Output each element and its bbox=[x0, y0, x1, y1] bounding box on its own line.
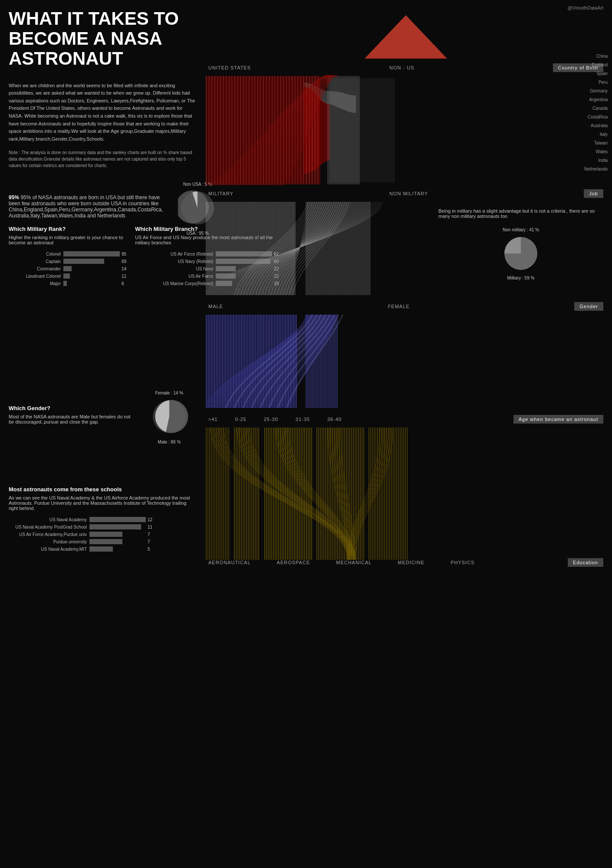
gender-right-label: FEMALE bbox=[388, 304, 410, 309]
age-flow bbox=[241, 427, 350, 560]
bar-fill bbox=[63, 273, 70, 279]
main-title: WHAT IT TAKES TO BECOME A NASA ASTRONAUT bbox=[9, 9, 195, 69]
age-label-25-30: 25-30 bbox=[264, 417, 278, 422]
rank-bars: Colonel 95 Captain 69 Commander 14 Lieut… bbox=[9, 251, 126, 286]
bar-value: 5 bbox=[148, 547, 150, 552]
bar-track bbox=[63, 251, 120, 256]
country-left-label: UNITED STATES bbox=[208, 65, 251, 70]
sankey2-flow bbox=[227, 202, 364, 295]
schools-title: Most astronauts come from these schools bbox=[9, 486, 195, 493]
job-sankey-svg bbox=[200, 200, 430, 299]
education-chart-header: AERONAUTICAL AEROSPACE MECHANICAL MEDICI… bbox=[200, 556, 612, 569]
bar-row: Lieutinant Colonel 11 bbox=[9, 273, 126, 279]
gender-text: Which Gender? Most of the NASA astronaut… bbox=[9, 405, 135, 431]
bar-label: US Air Force Academy,Purdue univ bbox=[9, 532, 87, 537]
country-item: Taiwan bbox=[584, 139, 608, 148]
gender-pie-area: Female : 14 % Male : 86 % bbox=[143, 391, 195, 444]
bar-track bbox=[89, 524, 146, 529]
bar-fill bbox=[63, 251, 120, 256]
bar-track bbox=[63, 281, 120, 286]
bar-row: Purdue university 7 bbox=[9, 539, 195, 544]
gender-chart-section: MALE FEMALE Gender bbox=[200, 299, 612, 412]
note-text: Note : The analysis is done on summary d… bbox=[9, 149, 195, 169]
gender-pie bbox=[150, 397, 189, 436]
country-item: Canada bbox=[584, 104, 608, 113]
country-item: Australia bbox=[584, 122, 608, 130]
country-list-items: ChinaEnglandSpainPeruGermanyArgentinaCan… bbox=[584, 52, 608, 174]
country-chart-section: UNITED STATES NON - US Country of Birth … bbox=[200, 0, 612, 187]
edu-labels-row: AERONAUTICAL AEROSPACE MECHANICAL MEDICI… bbox=[208, 560, 474, 565]
right-panel: UNITED STATES NON - US Country of Birth … bbox=[200, 0, 612, 569]
bar-track bbox=[63, 266, 120, 271]
bar-value: 7 bbox=[148, 539, 150, 544]
country-stat: 95% 95% of NASA astronauts are born in U… bbox=[9, 194, 163, 219]
country-item: Wales bbox=[584, 148, 608, 156]
rank-col: Which Military Rank? Higher the ranking … bbox=[9, 226, 126, 288]
bar-row: Commander 14 bbox=[9, 266, 126, 271]
bar-fill bbox=[63, 259, 104, 264]
bar-track bbox=[89, 517, 146, 522]
bar-label: Major bbox=[9, 281, 61, 286]
bar-label: Captain bbox=[9, 259, 61, 264]
military-pct-label: Military : 59 % bbox=[438, 276, 603, 280]
bar-track bbox=[89, 532, 146, 537]
nonusa-vertical-lines bbox=[328, 76, 359, 184]
bar-value: 69 bbox=[122, 259, 126, 264]
country-chart-header: UNITED STATES NON - US Country of Birth bbox=[200, 61, 612, 74]
intro-text: When we are children and the world seems… bbox=[9, 82, 195, 143]
country-item: Spain bbox=[584, 69, 608, 78]
bar-label: Purdue university bbox=[9, 539, 87, 544]
country-sankey-wrapper: // Will generate in JS below bbox=[200, 74, 612, 187]
gender-sankey-svg bbox=[200, 312, 430, 412]
bar-track bbox=[89, 539, 146, 544]
job-badge: Job bbox=[584, 189, 603, 198]
bar-fill bbox=[63, 281, 67, 286]
age-chart-section: >41 0-25 25-30 31-35 36-40 Age when beca… bbox=[200, 412, 612, 564]
age-badge: Age when became an astronaut bbox=[513, 415, 603, 424]
country-item: China bbox=[584, 52, 608, 61]
bar-label: Commander bbox=[9, 266, 61, 271]
bar-track bbox=[89, 546, 146, 552]
education-chart-section: AERONAUTICAL AEROSPACE MECHANICAL MEDICI… bbox=[200, 556, 612, 569]
bar-row: US Naval Academy 12 bbox=[9, 517, 195, 522]
age-chart-header: >41 0-25 25-30 31-35 36-40 Age when beca… bbox=[200, 412, 612, 425]
nonmilitary-lines bbox=[306, 202, 370, 295]
sankey2-flow bbox=[229, 202, 362, 295]
bar-fill bbox=[63, 266, 72, 271]
edu-label-aerospace: AEROSPACE bbox=[277, 560, 310, 565]
gender-chart-header: MALE FEMALE Gender bbox=[200, 299, 612, 312]
military-two-col: Which Military Rank? Higher the ranking … bbox=[9, 226, 195, 288]
bar-fill bbox=[89, 532, 122, 537]
bar-row: US Naval Academy,MIT 5 bbox=[9, 546, 195, 552]
age-flow bbox=[350, 427, 384, 560]
bar-value: 11 bbox=[148, 525, 152, 529]
rank-title: Which Military Rank? bbox=[9, 226, 126, 232]
bar-label: US Naval Academy PostGrad School bbox=[9, 525, 87, 529]
bar-value: 11 bbox=[122, 274, 126, 279]
rank-subtitle: Higher the ranking in military greater i… bbox=[9, 235, 126, 245]
bar-row: Major 6 bbox=[9, 281, 126, 286]
age-flow bbox=[243, 427, 352, 560]
age-sankey-svg bbox=[200, 425, 517, 564]
bar-row: US Naval Academy PostGrad School 11 bbox=[9, 524, 195, 529]
job-chart-section: MILITARY NON MILITARY Job bbox=[200, 187, 612, 299]
bar-row: US Air Force Academy,Purdue univ 7 bbox=[9, 532, 195, 537]
bar-value: 7 bbox=[148, 532, 150, 537]
country-item: Argentina bbox=[584, 95, 608, 104]
military-pie bbox=[501, 234, 540, 273]
country-item: England bbox=[584, 61, 608, 69]
country-item: India bbox=[584, 156, 608, 165]
edu-label-med: MEDICINE bbox=[398, 560, 424, 565]
bar-value: 14 bbox=[122, 266, 126, 271]
bar-row: Colonel 95 bbox=[9, 251, 126, 256]
gender-left-label: MALE bbox=[208, 304, 223, 309]
bar-label: Colonel bbox=[9, 252, 61, 256]
bar-fill bbox=[89, 546, 113, 552]
female-pct-label: Female : 14 % bbox=[143, 391, 195, 395]
military-right-label: NON MILITARY bbox=[389, 191, 428, 196]
gender-badge: Gender bbox=[574, 302, 603, 311]
job-section-body: Being in military has a slight advantage… bbox=[200, 200, 612, 299]
male-pct-label: Male : 86 % bbox=[143, 440, 195, 444]
bar-track bbox=[63, 259, 120, 264]
bar-label: Lieutinant Colonel bbox=[9, 274, 61, 279]
